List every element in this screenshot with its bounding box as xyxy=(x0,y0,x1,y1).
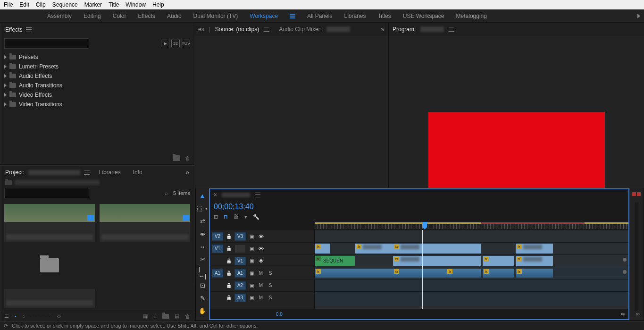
find-icon[interactable]: ⌕ xyxy=(163,190,170,196)
icon-view-icon[interactable]: ▪ xyxy=(15,313,17,319)
track-label[interactable] xyxy=(234,245,246,253)
panel-overflow-icon[interactable]: » xyxy=(381,25,385,33)
lock-icon[interactable] xyxy=(225,271,233,276)
project-clip[interactable] xyxy=(4,289,95,308)
menu-marker[interactable]: Marker xyxy=(84,1,102,8)
pen-tool[interactable]: ✎ xyxy=(199,295,206,302)
panel-menu-icon[interactable] xyxy=(26,27,32,32)
automate-icon[interactable]: ▦ xyxy=(143,313,148,319)
ws-dualmonitor[interactable]: Dual Monitor (TV) xyxy=(193,13,238,19)
panel-menu-icon[interactable] xyxy=(255,193,260,197)
solo-button[interactable]: S xyxy=(267,295,274,300)
audio-clip[interactable]: fx xyxy=(315,269,393,278)
ws-overflow[interactable] xyxy=(637,14,640,18)
project-clip[interactable] xyxy=(100,204,190,242)
track-label[interactable]: A2 xyxy=(234,281,246,290)
slip-tool[interactable]: |↔| xyxy=(199,269,206,276)
lock-icon[interactable] xyxy=(225,246,233,251)
lane-a1[interactable]: fx fx fx fx fx xyxy=(315,267,628,279)
effects-folder[interactable]: Audio Transitions xyxy=(4,81,190,90)
source-tab[interactable]: Source: (no clips) xyxy=(215,26,259,33)
track-header-a3[interactable]: A3 ▣ M S xyxy=(210,291,314,304)
track-label[interactable]: V1 xyxy=(234,257,246,265)
trash-icon[interactable] xyxy=(185,313,190,319)
audio-clip[interactable]: fx xyxy=(483,269,514,278)
track-header-v2[interactable]: V2 V3 ▣ xyxy=(210,230,314,242)
sync-lock-icon[interactable]: ▣ xyxy=(248,283,255,288)
close-sequence-icon[interactable]: × xyxy=(214,192,217,198)
project-tab[interactable]: Project: xyxy=(5,167,25,178)
lock-icon[interactable] xyxy=(225,258,233,263)
razor-tool[interactable]: ✂ xyxy=(199,256,206,263)
program-tab[interactable]: Program: xyxy=(393,26,416,33)
menu-title[interactable]: Title xyxy=(109,1,119,8)
track-header-a2[interactable]: A2 ▣ M S xyxy=(210,279,314,291)
lane-v3[interactable] xyxy=(315,230,628,242)
effects-search-input[interactable] xyxy=(4,38,89,49)
ws-assembly[interactable]: Assembly xyxy=(47,13,72,19)
audio-clip[interactable]: fx xyxy=(393,269,446,278)
source-tab-prev[interactable]: es xyxy=(198,26,204,33)
menu-sequence[interactable]: Sequence xyxy=(52,1,78,8)
panel-menu-icon[interactable] xyxy=(84,170,90,175)
mute-button[interactable]: M xyxy=(257,271,265,276)
panel-overflow-icon[interactable]: » xyxy=(185,169,189,176)
mute-button[interactable]: M xyxy=(257,283,265,288)
find-icon[interactable]: ⌕ xyxy=(153,313,157,319)
track-header-a1[interactable]: A1 A1 ▣ M S xyxy=(210,267,314,279)
eye-icon[interactable] xyxy=(257,246,265,252)
ws-audio[interactable]: Audio xyxy=(167,13,182,19)
sync-lock-icon[interactable]: ▣ xyxy=(248,246,255,251)
effects-folder[interactable]: Audio Effects xyxy=(4,71,190,81)
track-target[interactable]: V1 xyxy=(212,245,223,253)
snap-icon[interactable] xyxy=(224,214,228,220)
sync-lock-icon[interactable]: ▣ xyxy=(248,295,255,300)
audio-mixer-tab[interactable]: Audio Clip Mixer: xyxy=(279,26,322,33)
video-clip[interactable]: fx xyxy=(516,244,553,254)
lock-icon[interactable] xyxy=(225,234,233,239)
project-search-input[interactable] xyxy=(4,188,89,198)
fx-badge-accel[interactable]: ▶ xyxy=(161,40,169,47)
video-clip[interactable]: fx xyxy=(393,256,481,266)
sync-icon[interactable]: ⇆ xyxy=(621,312,625,317)
eye-icon[interactable] xyxy=(257,234,265,239)
breadcrumb-icon[interactable] xyxy=(5,180,12,185)
effects-folder[interactable]: Presets xyxy=(4,52,190,62)
info-tab[interactable]: Info xyxy=(133,169,142,176)
playhead-icon[interactable] xyxy=(422,222,427,228)
track-select-tool[interactable]: ⬚→ xyxy=(199,205,206,212)
ws-effects[interactable]: Effects xyxy=(138,13,155,19)
track-target[interactable]: V2 xyxy=(212,232,223,241)
new-bin-icon[interactable] xyxy=(162,314,169,319)
audio-clip[interactable]: fx xyxy=(446,269,481,278)
menu-file[interactable]: File xyxy=(4,1,13,8)
project-clip[interactable] xyxy=(4,204,95,242)
ws-editing[interactable]: Editing xyxy=(84,13,101,19)
fx-badge-yuv[interactable]: YUV xyxy=(182,40,190,47)
track-header-v1b[interactable]: V1 ▣ xyxy=(210,254,314,267)
ws-libraries[interactable]: Libraries xyxy=(344,13,366,19)
fx-badge-32[interactable]: 32 xyxy=(171,40,180,47)
sync-lock-icon[interactable]: ▣ xyxy=(248,271,255,276)
lock-icon[interactable] xyxy=(225,295,233,300)
timeline-settings-icon[interactable] xyxy=(253,214,259,220)
marker-icon[interactable]: ▾ xyxy=(244,214,247,220)
lock-icon[interactable] xyxy=(225,283,233,288)
track-header-v1[interactable]: V1 ▣ xyxy=(210,242,314,254)
audio-clip[interactable]: fx xyxy=(516,269,553,278)
nest-icon[interactable]: ⊞ xyxy=(214,214,218,220)
new-bin-icon[interactable] xyxy=(173,155,180,161)
track-target[interactable]: A1 xyxy=(212,269,223,278)
video-clip[interactable]: fx xyxy=(393,244,481,254)
panel-menu-icon[interactable] xyxy=(264,27,269,32)
video-clip[interactable]: fx xyxy=(355,244,393,254)
lane-a2[interactable] xyxy=(315,279,628,291)
zoom-slider[interactable]: ○————— xyxy=(22,313,51,319)
timeline-timecode[interactable]: 00;00;13;40 xyxy=(214,203,254,211)
timeline-lanes[interactable]: fx fx fx fx fxSEQUEN fx fx fx fx fx fx f… xyxy=(315,230,628,309)
new-item-icon[interactable]: ▤ xyxy=(175,313,179,319)
lane-v1[interactable]: fxSEQUEN fx fx fx xyxy=(315,254,628,267)
effects-folder[interactable]: Video Effects xyxy=(4,90,190,100)
video-clip[interactable]: fx xyxy=(315,244,330,254)
track-label[interactable]: A3 xyxy=(234,294,246,302)
